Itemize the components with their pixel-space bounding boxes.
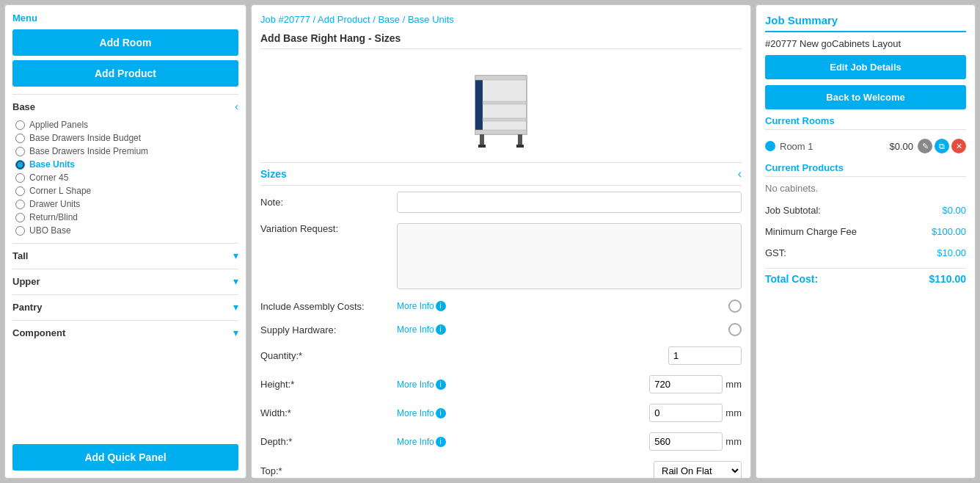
tall-section-header[interactable]: Tall ▾ [12,243,238,261]
assembly-label: Include Assembly Costs: [260,301,392,312]
gst-label: GST: [765,247,786,258]
current-products-title: Current Products [765,162,966,177]
right-panel: Job Summary #20777 New goCabinets Layout… [756,4,976,479]
assembly-more-info[interactable]: More Info i [397,301,446,311]
quantity-input[interactable] [668,346,742,365]
width-input[interactable] [649,404,723,422]
upper-section-header[interactable]: Upper ▾ [12,269,238,287]
component-section-title: Component [12,327,65,338]
ubo-base-radio[interactable] [15,226,25,236]
total-label: Total Cost: [765,273,818,285]
list-item[interactable]: Return/Blind [15,212,238,222]
corner-l-shape-radio[interactable] [15,186,25,196]
left-panel: Menu Add Room Add Product Base ‹ Applied… [4,4,246,479]
assembly-info-icon: i [436,301,446,311]
min-charge-value: $100.00 [932,226,966,237]
upper-section-title: Upper [12,276,40,287]
job-summary-title: Job Summary [765,14,966,32]
sizes-collapse-button[interactable]: ‹ [738,167,742,181]
list-item[interactable]: Base Drawers Inside Budget [15,133,238,143]
base-section-title: Base [12,101,35,112]
depth-more-info[interactable]: More Info i [397,437,446,447]
list-item[interactable]: Corner 45 [15,172,238,183]
depth-row: Depth:* More Info i mm [260,432,742,451]
room-edit-button[interactable]: ✎ [918,139,932,153]
add-quick-panel-button[interactable]: Add Quick Panel [12,444,238,471]
width-unit-label: mm [725,407,742,418]
drawer-units-label: Drawer Units [29,199,80,209]
pantry-section-header[interactable]: Pantry ▾ [12,294,238,313]
sizes-section-title: Sizes [260,168,287,180]
add-room-button[interactable]: Add Room [12,29,238,56]
component-section-header[interactable]: Component ▾ [12,320,238,338]
base-units-radio[interactable] [15,160,25,170]
height-label: Height:* [260,379,392,390]
width-label: Width:* [260,407,392,418]
cabinet-image [461,68,541,149]
base-drawers-budget-radio[interactable] [15,134,25,143]
depth-unit-label: mm [725,436,742,447]
height-input[interactable] [649,375,723,393]
svg-rect-6 [480,134,484,146]
no-cabinets-text: No cabinets. [765,183,966,194]
supply-more-info[interactable]: More Info i [397,324,446,335]
room-actions: ✎ ⧉ ✕ [918,139,966,153]
base-drawers-premium-label: Base Drawers Inside Premium [29,146,148,156]
depth-input[interactable] [649,432,723,451]
corner-45-radio[interactable] [15,173,25,183]
assembly-radio-circle[interactable] [728,299,742,313]
top-select[interactable]: Rail On Flat Solid Top No Top [654,461,742,479]
supply-radio-circle[interactable] [728,323,742,336]
svg-rect-2 [483,101,527,104]
supply-more-info-text: More Info [397,324,434,335]
list-item[interactable]: Drawer Units [15,199,238,209]
drawer-units-radio[interactable] [15,200,25,209]
sizes-section-bar: Sizes ‹ [260,162,742,186]
total-value: $110.00 [929,273,966,285]
list-item[interactable]: Applied Panels [15,120,238,130]
return-blind-radio[interactable] [15,213,25,222]
add-product-button[interactable]: Add Product [12,60,238,87]
back-to-welcome-button[interactable]: Back to Welcome [765,85,966,109]
page-subtitle: Add Base Right Hang - Sizes [260,32,742,49]
job-number-label: #20777 New goCabinets Layout [765,38,966,49]
component-chevron-icon: ▾ [233,327,238,338]
base-drawers-premium-radio[interactable] [15,147,25,156]
width-more-info[interactable]: More Info i [397,408,446,418]
base-units-label: Base Units [29,159,75,170]
height-more-info[interactable]: More Info i [397,380,446,390]
variation-textarea[interactable] [397,223,742,289]
base-section-header[interactable]: Base ‹ [12,94,238,112]
room-copy-button[interactable]: ⧉ [935,139,949,153]
variation-label: Variation Request: [260,223,392,234]
svg-rect-8 [478,145,486,148]
cabinet-preview [260,61,742,156]
quantity-label: Quantity:* [260,350,392,361]
room-dot-icon [765,141,775,151]
breadcrumb-text: Job #20777 / Add Product / Base / Base U… [260,14,454,25]
depth-info-icon: i [436,437,446,447]
pantry-section-title: Pantry [12,302,42,313]
menu-label: Menu [12,12,238,23]
assembly-more-info-text: More Info [397,301,434,311]
depth-input-group: mm [649,432,742,451]
base-radio-list: Applied Panels Base Drawers Inside Budge… [12,120,238,236]
height-info-icon: i [436,380,446,390]
applied-panels-radio[interactable] [15,120,25,130]
list-item[interactable]: Corner L Shape [15,186,238,196]
breadcrumb: Job #20777 / Add Product / Base / Base U… [260,14,742,25]
note-input[interactable] [397,192,742,213]
svg-rect-4 [475,76,527,80]
list-item[interactable]: Base Units [15,159,238,170]
list-item[interactable]: UBO Base [15,225,238,236]
room-delete-button[interactable]: ✕ [951,139,966,153]
corner-45-label: Corner 45 [29,172,68,183]
svg-rect-7 [518,134,522,146]
svg-rect-5 [475,130,527,134]
tall-section-title: Tall [12,250,28,261]
list-item[interactable]: Base Drawers Inside Premium [15,146,238,156]
edit-job-button[interactable]: Edit Job Details [765,55,966,79]
height-row: Height:* More Info i mm [260,375,742,393]
top-row: Top:* Rail On Flat Solid Top No Top [260,461,742,479]
width-input-group: mm [649,404,742,422]
